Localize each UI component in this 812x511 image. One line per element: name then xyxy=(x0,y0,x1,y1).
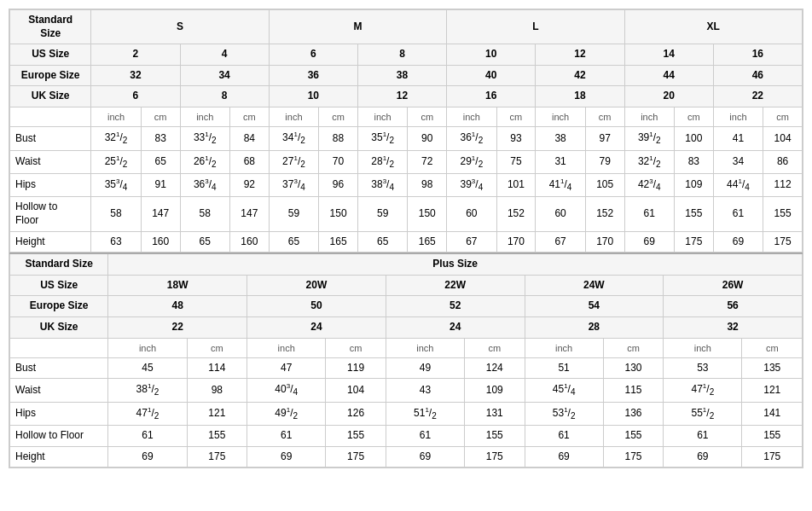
height-inch-5: 67 xyxy=(536,231,585,253)
us-size-label: US Size xyxy=(10,44,91,66)
height-cm-6: 175 xyxy=(674,231,713,253)
bust-inch-1: 331/2 xyxy=(180,127,229,150)
hollow-inch-2: 59 xyxy=(269,197,318,231)
uk-size-row: UK Size 6 8 10 12 16 18 20 22 xyxy=(10,86,803,107)
plus-height-cm-3: 175 xyxy=(603,446,663,467)
plus-waist-cm-2: 109 xyxy=(465,379,525,402)
size-chart: StandardSize S M L XL US Size 2 4 6 8 10… xyxy=(9,9,803,468)
plus-bust-cm-2: 124 xyxy=(465,357,525,379)
plus-us-label: US Size xyxy=(10,275,108,296)
hips-inch-3: 383/4 xyxy=(357,174,407,197)
plus-hips-inch-1: 491/2 xyxy=(247,402,326,425)
plus-hollow-inch-1: 61 xyxy=(247,426,326,447)
unit-cm-s2: cm xyxy=(141,107,180,126)
hollow-cm-1: 147 xyxy=(229,197,269,231)
plus-inch-24w: inch xyxy=(525,338,603,357)
hips-inch-7: 441/4 xyxy=(713,174,763,197)
unit-inch-l10: inch xyxy=(447,107,496,126)
unit-cm-xl16: cm xyxy=(763,107,803,126)
hips-label: Hips xyxy=(10,174,91,197)
waist-row: Waist 251/2 65 261/2 68 271/2 70 281/2 7… xyxy=(10,150,803,173)
xl-header: XL xyxy=(624,10,802,44)
plus-waist-label: Waist xyxy=(10,379,108,402)
waist-inch-4: 291/2 xyxy=(447,150,496,173)
hips-cm-6: 109 xyxy=(674,174,713,197)
plus-height-cm-4: 175 xyxy=(742,446,803,467)
bust-inch-5: 38 xyxy=(536,127,585,150)
hips-cm-5: 105 xyxy=(585,174,624,197)
plus-hips-inch-0: 471/2 xyxy=(108,402,187,425)
plus-hips-label: Hips xyxy=(10,402,108,425)
hollow-cm-0: 147 xyxy=(141,197,180,231)
waist-cm-5: 79 xyxy=(585,150,624,173)
plus-hollow-cm-4: 155 xyxy=(742,426,803,447)
unit-cm-xl14: cm xyxy=(674,107,713,126)
us-12: 12 xyxy=(536,44,624,66)
plus-hips-cm-0: 121 xyxy=(187,402,246,425)
plus-standard-label: Standard Size xyxy=(10,253,108,275)
uk-22: 22 xyxy=(713,86,802,107)
plus-inch-26w: inch xyxy=(664,338,742,357)
bust-inch-6: 391/2 xyxy=(624,127,674,150)
plus-eu-56: 56 xyxy=(664,296,803,317)
height-cm-2: 165 xyxy=(319,231,358,253)
waist-inch-5: 31 xyxy=(536,150,585,173)
unit-inch-m6: inch xyxy=(269,107,318,126)
plus-bust-inch-1: 47 xyxy=(247,357,326,379)
hips-cm-1: 92 xyxy=(229,174,269,197)
plus-uk-28: 28 xyxy=(525,317,664,339)
plus-waist-inch-4: 471/2 xyxy=(664,379,742,402)
height-inch-0: 63 xyxy=(91,231,141,253)
plus-bust-inch-4: 53 xyxy=(664,357,742,379)
bust-cm-2: 88 xyxy=(319,127,358,150)
plus-waist-cm-4: 121 xyxy=(742,379,803,402)
bust-cm-5: 97 xyxy=(585,127,624,150)
plus-bust-cm-0: 114 xyxy=(187,357,246,379)
height-inch-7: 69 xyxy=(713,231,763,253)
plus-us-size-row: US Size 18W 20W 22W 24W 26W xyxy=(10,275,803,296)
waist-label: Waist xyxy=(10,150,91,173)
uk-16: 16 xyxy=(447,86,536,107)
plus-uk-22: 22 xyxy=(108,317,247,339)
unit-inch-l12: inch xyxy=(536,107,585,126)
plus-inch-20w: inch xyxy=(247,338,326,357)
plus-inch-18w: inch xyxy=(108,338,187,357)
hips-row: Hips 353/4 91 363/4 92 373/4 96 383/4 98… xyxy=(10,174,803,197)
plus-hips-inch-4: 551/2 xyxy=(664,402,742,425)
unit-cm-s4: cm xyxy=(229,107,269,126)
waist-inch-2: 271/2 xyxy=(269,150,318,173)
us-4: 4 xyxy=(180,44,269,66)
plus-bust-row: Bust 45 114 47 119 49 124 51 130 53 135 xyxy=(10,357,803,379)
hips-inch-1: 363/4 xyxy=(180,174,229,197)
plus-height-inch-0: 69 xyxy=(108,446,187,467)
plus-height-inch-1: 69 xyxy=(247,446,326,467)
plus-waist-row: Waist 381/2 98 403/4 104 43 109 451/4 11… xyxy=(10,379,803,402)
height-label: Height xyxy=(10,231,91,253)
plus-hollow-cm-1: 155 xyxy=(326,426,386,447)
plus-height-row: Height 69 175 69 175 69 175 69 175 69 17… xyxy=(10,446,803,467)
unit-cm-l10: cm xyxy=(496,107,536,126)
plus-hips-inch-3: 531/2 xyxy=(525,402,603,425)
europe-size-label: Europe Size xyxy=(10,65,91,86)
waist-inch-6: 321/2 xyxy=(624,150,674,173)
hollow-label: Hollow toFloor xyxy=(10,197,91,231)
plus-waist-cm-0: 98 xyxy=(187,379,246,402)
bust-inch-2: 341/2 xyxy=(269,127,318,150)
eu-46: 46 xyxy=(713,65,802,86)
us-6: 6 xyxy=(269,44,357,66)
hips-inch-4: 393/4 xyxy=(447,174,496,197)
eu-34: 34 xyxy=(180,65,269,86)
bust-inch-0: 321/2 xyxy=(91,127,141,150)
us-16: 16 xyxy=(713,44,802,66)
plus-uk-32: 32 xyxy=(664,317,803,339)
eu-36: 36 xyxy=(269,65,357,86)
eu-38: 38 xyxy=(357,65,446,86)
hollow-inch-0: 58 xyxy=(91,197,141,231)
plus-hollow-row: Hollow to Floor 61 155 61 155 61 155 61 … xyxy=(10,426,803,447)
hips-inch-0: 353/4 xyxy=(91,174,141,197)
uk-10: 10 xyxy=(269,86,357,107)
height-inch-2: 65 xyxy=(269,231,318,253)
standard-size-header: StandardSize xyxy=(10,10,91,44)
plus-us-20w: 20W xyxy=(247,275,386,296)
m-header: M xyxy=(269,10,446,44)
